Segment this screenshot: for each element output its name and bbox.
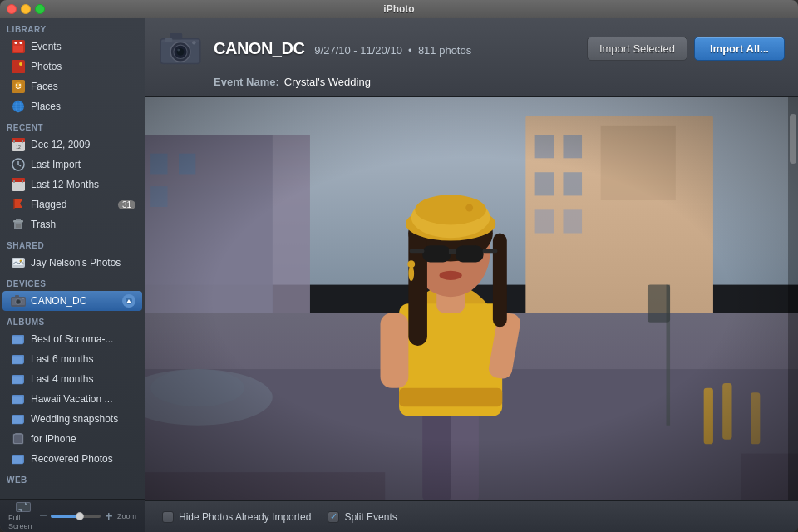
minimize-button[interactable]: [21, 4, 31, 14]
svg-rect-55: [12, 416, 23, 424]
close-button[interactable]: [7, 4, 17, 14]
eject-icon[interactable]: [122, 294, 135, 308]
svg-rect-47: [12, 336, 23, 344]
sidebar-item-iphone[interactable]: for iPhone: [2, 429, 142, 449]
places-icon: [11, 99, 26, 114]
camera-device-icon: [11, 293, 26, 308]
sidebar-item-trash[interactable]: Trash: [2, 214, 142, 234]
zoom-thumb[interactable]: [76, 512, 84, 520]
svg-rect-77: [161, 39, 200, 42]
photos-icon: [11, 59, 26, 74]
last12-label: Last 12 Months: [31, 179, 135, 190]
hide-photos-checkbox[interactable]: [162, 511, 174, 523]
hide-photos-label: Hide Photos Already Imported: [179, 511, 311, 523]
zoom-large-icon: [104, 511, 114, 521]
traffic-lights: [7, 4, 45, 14]
fullscreen-label: Full Screen: [8, 514, 39, 530]
hide-photos-checkbox-item[interactable]: Hide Photos Already Imported: [162, 511, 311, 523]
calendar-icon: 12: [11, 137, 26, 152]
split-events-checkbox[interactable]: ✓: [328, 511, 339, 523]
split-events-label: Split Events: [344, 511, 397, 523]
sidebar-item-places[interactable]: Places: [2, 96, 142, 116]
svg-point-43: [22, 298, 24, 299]
album-wedding-icon: [11, 411, 26, 426]
sidebar-item-flagged[interactable]: Flagged 31: [2, 195, 142, 214]
sidebar-scroll[interactable]: LIBRARY Events Photos: [0, 18, 145, 499]
device-name-text: CANON_DC: [214, 39, 304, 58]
zoom-slider[interactable]: [51, 515, 101, 518]
last-import-label: Last Import: [31, 159, 135, 170]
clock-icon: [11, 157, 26, 172]
web-section-header: WEB: [0, 469, 145, 487]
svg-rect-19: [22, 140, 23, 143]
faces-icon: [11, 79, 26, 94]
sidebar-item-dec12[interactable]: 12 Dec 12, 2009: [2, 135, 142, 155]
svg-rect-130: [145, 97, 798, 500]
sidebar-item-best-sonoma[interactable]: Best of Sonoma-...: [2, 329, 142, 349]
sidebar-item-last4[interactable]: Last 4 months: [2, 369, 142, 389]
camera-device-large-icon: [159, 32, 202, 66]
sidebar-item-last-12[interactable]: Last 12 Months: [2, 175, 142, 195]
split-events-checkbox-item[interactable]: ✓ Split Events: [328, 511, 397, 523]
sidebar-item-last6[interactable]: Last 6 months: [2, 349, 142, 369]
title-bar: iPhoto: [0, 0, 798, 18]
event-name-row: Event Name: Crystal's Wedding: [159, 76, 785, 88]
iphone-label: for iPhone: [31, 433, 135, 445]
sidebar-item-events[interactable]: Events: [2, 37, 142, 57]
shared-section-header: SHARED: [0, 234, 145, 253]
scroll-thumb[interactable]: [790, 114, 796, 164]
wedding-label: Wedding snapshots: [31, 413, 135, 425]
device-info: CANON_DC 9/27/10 - 11/20/10 • 811 photos: [159, 27, 471, 71]
svg-rect-65: [40, 515, 47, 516]
sidebar-item-photos[interactable]: Photos: [2, 57, 142, 76]
photos-label: Photos: [31, 61, 135, 72]
trash-icon: [11, 217, 26, 232]
best-sonoma-label: Best of Sonoma-...: [31, 333, 135, 345]
canon-dc-label: CANON_DC: [31, 295, 119, 307]
svg-point-4: [20, 42, 22, 44]
import-selected-button[interactable]: Import Selected: [587, 37, 687, 61]
device-dates: 9/27/10 - 11/20/10 • 811 photos: [314, 44, 471, 57]
flagged-label: Flagged: [31, 199, 118, 210]
svg-point-10: [19, 84, 21, 86]
jay-nelson-label: Jay Nelson's Photos: [31, 257, 135, 268]
device-top-row: CANON_DC 9/27/10 - 11/20/10 • 811 photos…: [159, 27, 785, 71]
sidebar-item-faces[interactable]: Faces: [2, 76, 142, 96]
sidebar-item-recovered[interactable]: Recovered Photos: [2, 449, 142, 469]
fullscreen-button[interactable]: Full Screen: [8, 501, 39, 530]
import-all-button[interactable]: Import All...: [694, 37, 785, 61]
svg-rect-42: [15, 295, 19, 298]
album-hawaii-icon: [11, 392, 26, 406]
trash-label: Trash: [31, 219, 135, 230]
sidebar-item-jay-nelson[interactable]: Jay Nelson's Photos: [2, 253, 142, 273]
sidebar-item-canon-dc[interactable]: CANON_DC: [2, 291, 142, 311]
recent-section-header: RECENT: [0, 116, 145, 135]
flagged-badge: 31: [118, 200, 135, 209]
scroll-track[interactable]: [788, 97, 798, 500]
sidebar-item-hawaii[interactable]: Hawaii Vacation ...: [2, 389, 142, 409]
svg-rect-53: [12, 396, 23, 404]
recovered-label: Recovered Photos: [31, 453, 135, 465]
svg-point-73: [177, 48, 180, 51]
devices-section-header: DEVICES: [0, 273, 145, 291]
device-header: CANON_DC 9/27/10 - 11/20/10 • 811 photos…: [145, 18, 798, 97]
svg-rect-62: [17, 503, 30, 511]
svg-point-41: [17, 300, 20, 303]
library-section-header: LIBRARY: [0, 18, 145, 37]
checkmark-icon: ✓: [330, 511, 337, 522]
last6-label: Last 6 months: [31, 353, 135, 365]
last12-icon: [11, 177, 26, 192]
content-area: CANON_DC 9/27/10 - 11/20/10 • 811 photos…: [145, 18, 798, 532]
sidebar-item-last-import[interactable]: Last Import: [2, 155, 142, 175]
svg-rect-18: [13, 140, 15, 143]
zoom-label: Zoom: [117, 512, 136, 520]
event-name-label: Event Name:: [214, 76, 279, 88]
sidebar-item-wedding[interactable]: Wedding snapshots: [2, 409, 142, 429]
svg-line-23: [18, 165, 21, 166]
album-recovered-icon: [11, 451, 26, 466]
photo-content: [145, 97, 798, 500]
photo-area: [145, 97, 798, 500]
photo-bottom-bar: Hide Photos Already Imported ✓ Split Eve…: [145, 500, 798, 532]
album-last6-icon: [11, 352, 26, 367]
maximize-button[interactable]: [35, 4, 45, 14]
